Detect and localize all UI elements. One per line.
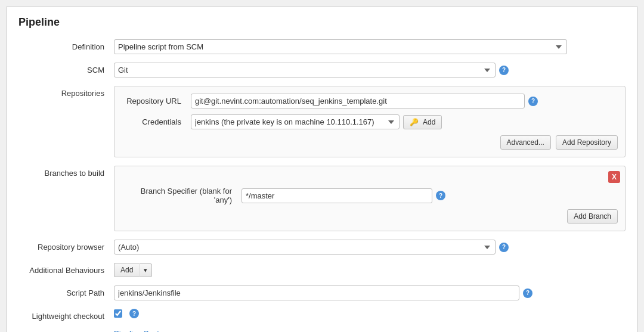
script-path-label: Script Path — [18, 286, 114, 297]
scm-control: Git ? — [114, 63, 626, 77]
repositories-section: Repositories Repository URL ? Credential… — [18, 86, 626, 157]
lightweight-checkout-row: Lightweight checkout ? — [18, 309, 626, 321]
lightweight-checkout-checkbox[interactable] — [114, 309, 122, 318]
lightweight-checkout-help-icon[interactable]: ? — [129, 309, 139, 318]
pipeline-syntax-row: Pipeline Syntax — [18, 329, 626, 332]
branch-actions: Add Branch — [122, 209, 618, 224]
repo-browser-help-icon[interactable]: ? — [499, 243, 509, 252]
repo-url-input[interactable] — [191, 94, 525, 108]
lightweight-checkbox-row — [114, 309, 122, 318]
script-path-row: Script Path ? — [18, 286, 626, 300]
definition-select[interactable]: Pipeline script from SCM — [114, 39, 567, 54]
branch-specifier-help-icon[interactable]: ? — [436, 191, 445, 200]
definition-control: Pipeline script from SCM — [114, 39, 626, 54]
scm-help-icon[interactable]: ? — [499, 66, 509, 75]
page-title: Pipeline — [18, 16, 626, 29]
repo-url-label: Repository URL — [122, 97, 187, 106]
credentials-row: Credentials jenkins (the private key is … — [122, 114, 618, 129]
credentials-add-button[interactable]: 🔑 Add — [403, 115, 442, 129]
script-path-input[interactable] — [114, 286, 519, 300]
credentials-label: Credentials — [122, 117, 187, 126]
repositories-label: Repositories — [18, 86, 114, 98]
advanced-button[interactable]: Advanced... — [500, 135, 551, 150]
repo-browser-select[interactable]: (Auto) — [114, 240, 496, 255]
pipeline-config-panel: Pipeline Definition Pipeline script from… — [6, 6, 638, 332]
repo-url-row: Repository URL ? — [122, 94, 618, 108]
repo-browser-control: (Auto) ? — [114, 240, 626, 255]
add-branch-button[interactable]: Add Branch — [567, 209, 618, 224]
branches-label: Branches to build — [18, 166, 114, 178]
repo-actions: Advanced... Add Repository — [122, 135, 618, 150]
credentials-select[interactable]: jenkins (the private key is on machine 1… — [191, 114, 400, 129]
scm-label: SCM — [18, 63, 114, 75]
branch-specifier-label: Branch Specifier (blank for 'any') — [122, 187, 238, 204]
definition-row: Definition Pipeline script from SCM — [18, 39, 626, 54]
branch-specifier-row: Branch Specifier (blank for 'any') ? — [122, 187, 618, 204]
script-path-help-icon[interactable]: ? — [523, 288, 532, 298]
lightweight-checkout-control: ? — [114, 309, 626, 318]
repo-browser-label: Repository browser — [18, 240, 114, 252]
repositories-box: Repository URL ? Credentials jenkins (th… — [114, 86, 626, 157]
lightweight-checkout-label: Lightweight checkout — [18, 309, 114, 321]
script-path-control: ? — [114, 286, 626, 300]
branch-specifier-input[interactable] — [242, 188, 432, 203]
add-behaviour-dropdown: Add ▾ — [114, 263, 152, 277]
additional-behaviours-control: Add ▾ — [114, 263, 626, 277]
add-repository-button[interactable]: Add Repository — [556, 135, 618, 150]
pipeline-syntax-link[interactable]: Pipeline Syntax — [114, 329, 168, 332]
scm-row: SCM Git ? — [18, 63, 626, 77]
definition-label: Definition — [18, 39, 114, 51]
add-behaviour-button[interactable]: Add — [114, 263, 139, 277]
branches-section: Branches to build X Branch Specifier (bl… — [18, 166, 626, 231]
branches-box: X Branch Specifier (blank for 'any') ? A… — [114, 166, 626, 231]
additional-behaviours-label: Additional Behaviours — [18, 263, 114, 275]
repo-url-help-icon[interactable]: ? — [528, 97, 538, 106]
add-behaviour-caret[interactable]: ▾ — [139, 263, 152, 277]
key-icon: 🔑 — [410, 118, 419, 126]
repo-browser-row: Repository browser (Auto) ? — [18, 240, 626, 255]
scm-select[interactable]: Git — [114, 63, 496, 77]
branch-remove-button[interactable]: X — [608, 171, 620, 183]
additional-behaviours-row: Additional Behaviours Add ▾ — [18, 263, 626, 277]
